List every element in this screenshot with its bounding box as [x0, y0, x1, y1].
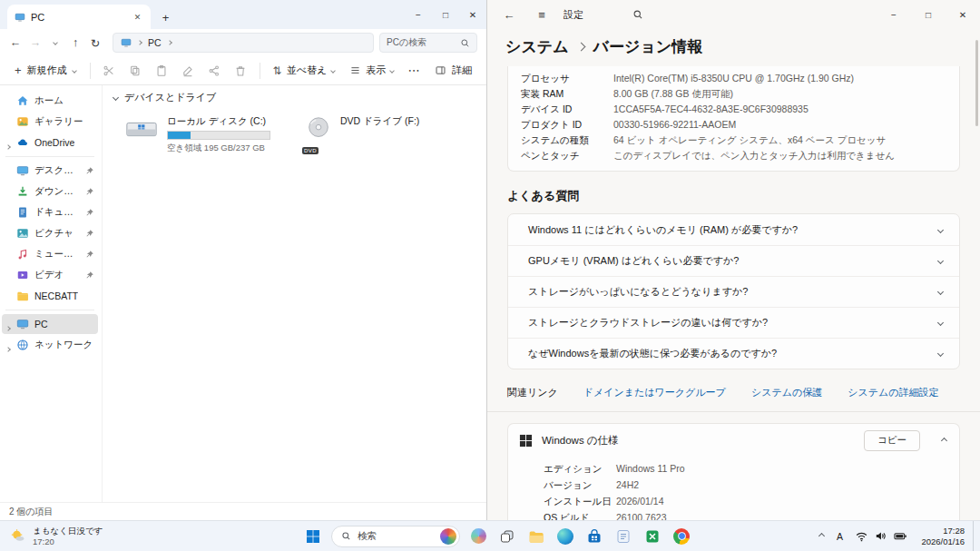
divider — [260, 63, 260, 79]
faq-item[interactable]: ストレージとクラウドストレージの違いは何ですか? — [508, 307, 959, 338]
drive-dvd-f[interactable]: DVD DVD ドライブ (F:) — [305, 115, 419, 154]
chevron-down-icon — [937, 258, 944, 264]
share-button[interactable] — [202, 60, 227, 82]
weather-widget[interactable]: まもなく日没です 17:20 — [0, 521, 112, 551]
address-bar[interactable]: PC — [113, 33, 374, 53]
chevron-up-icon[interactable] — [941, 437, 947, 443]
chevron-down-icon — [53, 40, 58, 45]
tray-overflow-button[interactable] — [814, 524, 829, 549]
spec-label: プロセッサ — [521, 71, 613, 86]
faq-item[interactable]: なぜWindowsを最新の状態に保つ必要があるのですか? — [508, 338, 959, 369]
more-options-button[interactable]: ⋯ — [402, 60, 426, 82]
app-button-3[interactable] — [668, 524, 695, 549]
spec-label: デバイス ID — [521, 102, 613, 117]
videos-icon — [16, 269, 29, 281]
sunset-icon — [9, 527, 26, 545]
file-explorer-button[interactable] — [523, 524, 550, 549]
minimize-button[interactable]: − — [877, 0, 911, 29]
clock[interactable]: 17:28 2026/01/16 — [913, 526, 973, 547]
minimize-button[interactable]: − — [405, 0, 432, 29]
sidebar-item-desktop[interactable]: デスクトップ — [2, 161, 98, 181]
taskbar-search-box[interactable]: 検索 — [331, 526, 460, 547]
spec-value: 8.00 GB (7.88 GB 使用可能) — [613, 86, 733, 102]
explorer-search-input[interactable]: PCの検索 — [379, 33, 477, 53]
start-button[interactable] — [299, 524, 327, 549]
explorer-tab-pc[interactable]: PC ✕ — [7, 5, 151, 29]
faq-item[interactable]: Windows 11 にはどれくらいのメモリ (RAM) が必要ですか? — [508, 214, 959, 245]
close-button[interactable]: ✕ — [459, 0, 486, 29]
spec-label: バージョン — [544, 477, 616, 493]
copy-button[interactable]: コピー — [864, 430, 920, 451]
copilot-button[interactable] — [465, 524, 492, 549]
new-tab-button[interactable]: + — [158, 10, 173, 25]
spec-value: 26100.7623 — [616, 509, 666, 520]
sidebar-item-home[interactable]: ホーム — [2, 91, 98, 111]
details-pane-button[interactable]: 詳細 — [427, 60, 479, 82]
refresh-button[interactable]: ↻ — [85, 33, 105, 53]
task-view-button[interactable] — [494, 524, 521, 549]
wifi-icon — [855, 529, 868, 543]
maximize-button[interactable]: □ — [911, 0, 946, 29]
new-item-button[interactable]: + 新規作成 — [7, 60, 83, 82]
sidebar-item-downloads[interactable]: ダウンロード — [2, 182, 98, 202]
back-button[interactable]: ← — [5, 33, 25, 53]
show-desktop-button[interactable] — [973, 521, 977, 551]
tab-close-icon[interactable]: ✕ — [130, 9, 145, 25]
sidebar-item-label: ダウンロード — [34, 185, 79, 198]
link-advanced-system-settings[interactable]: システムの詳細設定 — [848, 386, 938, 399]
breadcrumb-about: バージョン情報 — [593, 36, 703, 57]
app-button-1[interactable] — [610, 524, 637, 549]
hard-drive-icon — [124, 115, 159, 154]
sort-button[interactable]: ⇅ 並べ替え — [267, 60, 342, 82]
up-button[interactable]: ↑ — [65, 33, 85, 53]
search-icon[interactable] — [627, 4, 649, 25]
recent-locations-button[interactable] — [45, 33, 65, 53]
app-button-2[interactable] — [639, 524, 666, 549]
chevron-down-icon — [937, 350, 944, 357]
sidebar-item-pc[interactable]: PC — [2, 314, 98, 334]
windows-spec-header[interactable]: Windows の仕様 コピー — [508, 424, 959, 457]
close-button[interactable]: ✕ — [946, 0, 980, 29]
breadcrumb-system[interactable]: システム — [505, 36, 569, 57]
volume-icon — [874, 529, 887, 543]
cut-button[interactable] — [97, 60, 122, 82]
copy-button[interactable] — [123, 60, 148, 82]
faq-card: Windows 11 にはどれくらいのメモリ (RAM) が必要ですか? GPU… — [507, 213, 960, 369]
rename-button[interactable] — [176, 60, 201, 82]
sidebar-item-necbatt[interactable]: NECBATT — [2, 286, 98, 306]
forward-button[interactable]: → — [25, 33, 45, 53]
sidebar-item-pictures[interactable]: ピクチャ — [2, 223, 98, 243]
link-system-protection[interactable]: システムの保護 — [751, 386, 822, 399]
sidebar-item-onedrive[interactable]: OneDrive — [2, 133, 98, 153]
pc-monitor-icon — [16, 318, 29, 330]
drive-local-disk-c[interactable]: ローカル ディスク (C:) 空き領域 195 GB/237 GB — [124, 115, 270, 154]
store-button[interactable] — [581, 524, 608, 549]
edge-button[interactable] — [552, 524, 579, 549]
paste-button[interactable] — [150, 60, 174, 82]
faq-item[interactable]: GPUメモリ (VRAM) はどれくらい必要ですか? — [508, 245, 959, 276]
ime-indicator[interactable]: A — [829, 524, 849, 549]
quick-settings-button[interactable] — [849, 524, 913, 549]
windows-spec-row: OS ビルド26100.7623 — [544, 509, 948, 520]
maximize-button[interactable]: □ — [432, 0, 459, 29]
faq-question: ストレージがいっぱいになるとどうなりますか? — [528, 285, 748, 299]
view-button[interactable]: 表示 — [343, 60, 400, 82]
sidebar-item-documents[interactable]: ドキュメント — [2, 202, 98, 222]
sidebar-item-network[interactable]: ネットワーク — [2, 335, 98, 355]
sidebar-item-videos[interactable]: ビデオ — [2, 265, 98, 285]
windows-spec-card: Windows の仕様 コピー エディションWindows 11 Pro バージ… — [507, 423, 960, 520]
menu-icon[interactable]: ≡ — [531, 4, 553, 25]
faq-item[interactable]: ストレージがいっぱいになるとどうなりますか? — [508, 276, 959, 307]
devices-and-drives-section[interactable]: デバイスとドライブ — [113, 91, 477, 104]
copilot-icon — [471, 528, 486, 544]
sidebar-item-gallery[interactable]: ギャラリー — [2, 112, 98, 132]
sidebar-item-label: デスクトップ — [34, 164, 79, 177]
link-domain-or-workgroup[interactable]: ドメインまたはワークグループ — [583, 386, 726, 399]
back-button[interactable]: ← — [498, 4, 520, 25]
delete-button[interactable] — [229, 60, 253, 82]
sidebar-item-music[interactable]: ミュージック — [2, 244, 98, 264]
chevron-down-icon — [72, 68, 77, 74]
scrollbar[interactable] — [975, 40, 978, 126]
breadcrumb-pc[interactable]: PC — [148, 37, 162, 48]
spec-value: Windows 11 Pro — [616, 460, 685, 477]
